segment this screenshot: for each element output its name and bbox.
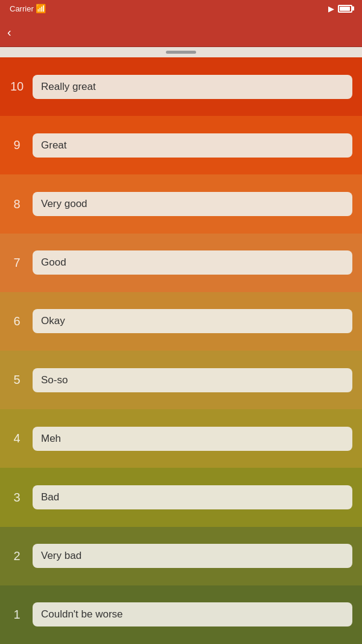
mood-item-7[interactable]: 7	[0, 234, 362, 292]
mood-number-8: 8	[10, 197, 24, 211]
mood-input-5[interactable]	[33, 368, 352, 392]
mood-input-4[interactable]	[33, 427, 352, 451]
mood-list: 10987654321	[0, 57, 362, 644]
mood-number-10: 10	[10, 80, 24, 94]
mood-number-9: 9	[10, 138, 24, 152]
mood-input-10[interactable]	[33, 75, 352, 99]
mood-item-10[interactable]: 10	[0, 57, 362, 116]
battery-icon	[338, 5, 352, 13]
battery-area: ▶	[328, 4, 352, 13]
mood-number-7: 7	[10, 256, 24, 270]
mood-number-2: 2	[10, 549, 24, 563]
mood-number-4: 4	[10, 432, 24, 445]
mood-input-2[interactable]	[33, 544, 352, 568]
mood-item-2[interactable]: 2	[0, 527, 362, 585]
mood-input-3[interactable]	[33, 485, 352, 509]
back-chevron-icon: ‹	[7, 26, 11, 38]
mood-item-1[interactable]: 1	[0, 585, 362, 644]
mood-item-9[interactable]: 9	[0, 116, 362, 174]
mood-item-4[interactable]: 4	[0, 409, 362, 468]
mood-number-3: 3	[10, 491, 24, 505]
mood-input-6[interactable]	[33, 309, 352, 333]
mood-input-8[interactable]	[33, 192, 352, 216]
mood-input-1[interactable]	[33, 602, 352, 626]
nav-bar: ‹	[0, 17, 362, 47]
mood-item-3[interactable]: 3	[0, 468, 362, 526]
mood-number-5: 5	[10, 373, 24, 387]
back-button[interactable]: ‹	[7, 26, 56, 38]
mood-input-7[interactable]	[33, 250, 352, 275]
drag-pill	[166, 51, 196, 54]
status-bar: Carrier 📶 ▶	[0, 0, 362, 17]
mood-input-9[interactable]	[33, 133, 352, 158]
mood-number-1: 1	[10, 608, 24, 622]
wifi-icon: 📶	[36, 4, 46, 13]
mood-item-8[interactable]: 8	[0, 174, 362, 233]
drag-indicator-bar	[0, 47, 362, 57]
mood-item-6[interactable]: 6	[0, 292, 362, 351]
location-icon: ▶	[328, 4, 334, 13]
mood-number-6: 6	[10, 314, 24, 328]
carrier-label: Carrier 📶	[10, 4, 46, 13]
mood-item-5[interactable]: 5	[0, 351, 362, 409]
